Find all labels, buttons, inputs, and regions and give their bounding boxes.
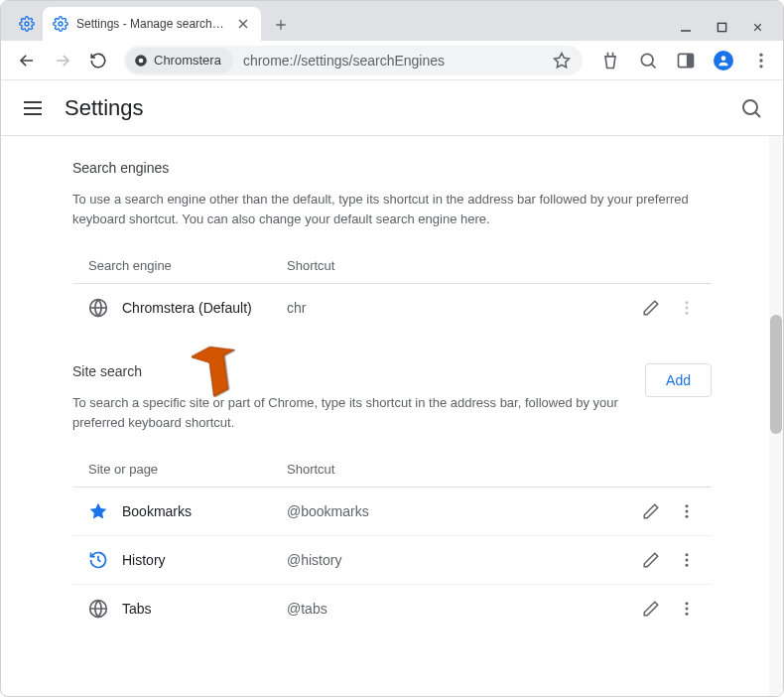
- site-shortcut: @bookmarks: [287, 503, 642, 519]
- tab-placeholder[interactable]: [9, 7, 45, 41]
- svg-point-1: [59, 22, 63, 26]
- svg-point-34: [686, 504, 689, 507]
- section-title: Site search: [72, 363, 625, 379]
- search-engines-section: Search engines To use a search engine ot…: [72, 160, 712, 332]
- svg-point-38: [686, 559, 689, 562]
- plus-icon: [273, 17, 289, 33]
- svg-rect-7: [718, 23, 725, 31]
- site-name: Tabs: [122, 601, 287, 617]
- engine-shortcut: chr: [287, 300, 642, 316]
- site-name: History: [122, 552, 287, 568]
- svg-point-15: [641, 54, 653, 66]
- col-shortcut: Shortcut: [287, 258, 636, 273]
- svg-point-39: [686, 564, 689, 567]
- table-header: Search engine Shortcut: [72, 248, 712, 284]
- svg-point-22: [759, 65, 762, 68]
- extension-icon[interactable]: [600, 51, 620, 70]
- svg-point-26: [743, 100, 757, 114]
- site-row: Bookmarks @bookmarks: [72, 488, 712, 536]
- more-vert-icon[interactable]: [678, 551, 696, 569]
- search-icon[interactable]: [739, 96, 763, 120]
- history-icon: [88, 550, 108, 570]
- site-row: History @history: [72, 536, 712, 585]
- svg-point-20: [759, 53, 762, 56]
- svg-point-21: [759, 59, 762, 62]
- profile-icon[interactable]: [714, 51, 733, 70]
- section-description: To search a specific site or part of Chr…: [72, 393, 625, 432]
- engine-name: Chromstera (Default): [122, 300, 287, 316]
- gear-icon: [53, 16, 68, 32]
- svg-point-0: [25, 22, 29, 26]
- col-search-engine: Search engine: [88, 258, 287, 273]
- window-minimize[interactable]: [678, 19, 694, 35]
- browser-toolbar: Chromstera chrome://settings/searchEngin…: [1, 41, 783, 80]
- gear-icon: [19, 16, 35, 32]
- add-button[interactable]: Add: [645, 363, 712, 397]
- svg-point-37: [686, 553, 689, 556]
- menu-icon[interactable]: [21, 96, 45, 120]
- svg-line-16: [651, 64, 655, 68]
- edit-icon[interactable]: [642, 502, 660, 520]
- new-tab-button[interactable]: [267, 11, 295, 39]
- section-title: Search engines: [72, 160, 712, 176]
- table-header: Site or page Shortcut: [72, 452, 712, 488]
- svg-point-31: [686, 307, 689, 310]
- panel-icon[interactable]: [676, 51, 696, 70]
- col-shortcut: Shortcut: [287, 462, 636, 477]
- tab-title: Settings - Manage search engi: [76, 17, 227, 31]
- svg-point-13: [139, 58, 144, 63]
- window-close[interactable]: [749, 19, 765, 35]
- svg-line-27: [755, 112, 760, 117]
- svg-marker-14: [555, 53, 570, 67]
- nav-forward[interactable]: [49, 47, 76, 74]
- page-title: Settings: [65, 95, 739, 121]
- svg-point-30: [686, 301, 689, 304]
- site-shortcut: @tabs: [287, 601, 642, 617]
- close-icon[interactable]: [235, 16, 251, 32]
- site-chip[interactable]: Chromstera: [126, 48, 233, 73]
- search-icon[interactable]: [638, 51, 658, 70]
- scrollbar[interactable]: [769, 136, 783, 697]
- nav-back[interactable]: [13, 47, 41, 74]
- window-titlebar: Settings - Manage search engi: [1, 1, 783, 41]
- star-icon: [88, 501, 108, 521]
- svg-point-43: [686, 608, 689, 611]
- svg-point-32: [686, 312, 689, 315]
- col-site: Site or page: [88, 462, 287, 477]
- edit-icon[interactable]: [642, 299, 660, 317]
- svg-rect-18: [687, 54, 694, 67]
- svg-point-42: [686, 602, 689, 605]
- more-vert-icon[interactable]: [678, 600, 696, 618]
- search-engine-row: Chromstera (Default) chr: [72, 284, 712, 332]
- site-shortcut: @history: [287, 552, 642, 568]
- more-vert-icon[interactable]: [751, 51, 771, 70]
- edit-icon[interactable]: [642, 551, 660, 569]
- svg-point-35: [686, 510, 689, 513]
- more-vert-icon[interactable]: [678, 502, 696, 520]
- site-row: Tabs @tabs: [72, 585, 712, 632]
- svg-marker-33: [90, 503, 107, 519]
- bookmark-star-icon[interactable]: [553, 52, 571, 70]
- url-text: chrome://settings/searchEngines: [233, 53, 553, 69]
- site-search-section: Site search To search a specific site or…: [72, 363, 712, 632]
- svg-point-36: [686, 515, 689, 518]
- section-description: To use a search engine other than the de…: [72, 190, 712, 228]
- svg-point-19: [721, 56, 726, 61]
- svg-point-44: [686, 613, 689, 616]
- nav-reload[interactable]: [84, 47, 112, 74]
- chrome-icon: [134, 54, 148, 68]
- tab-active[interactable]: Settings - Manage search engi: [43, 7, 261, 41]
- site-name: Bookmarks: [122, 503, 287, 519]
- globe-icon: [88, 298, 108, 318]
- edit-icon[interactable]: [642, 600, 660, 618]
- window-maximize[interactable]: [714, 19, 729, 35]
- address-bar[interactable]: Chromstera chrome://settings/searchEngin…: [124, 46, 583, 75]
- globe-icon: [88, 599, 108, 619]
- more-vert-icon[interactable]: [678, 299, 696, 317]
- settings-header: Settings: [1, 80, 783, 136]
- site-chip-label: Chromstera: [154, 53, 221, 68]
